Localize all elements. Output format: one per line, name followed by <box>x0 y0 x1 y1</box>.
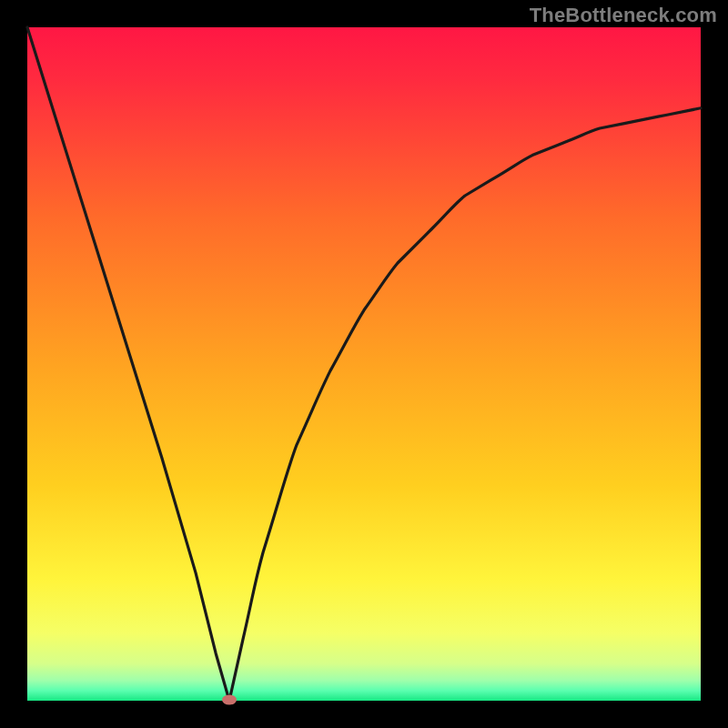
minimum-marker <box>222 695 237 705</box>
chart-svg <box>0 0 728 728</box>
watermark-text: TheBottleneck.com <box>530 4 717 27</box>
